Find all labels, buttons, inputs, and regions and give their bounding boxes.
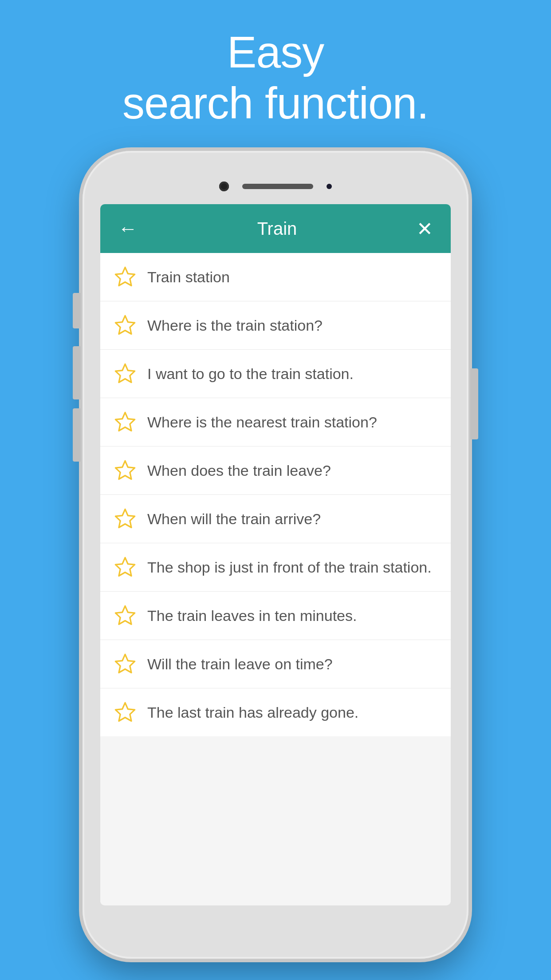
phone-screen: ← Train ✕ Train station Where is the tra… [100,204,451,905]
star-icon[interactable] [114,314,137,337]
list-item[interactable]: I want to go to the train station. [100,350,451,398]
item-text: I want to go to the train station. [147,364,354,383]
star-icon[interactable] [114,362,137,385]
headline-line2: search function. [122,78,429,128]
list-item[interactable]: The shop is just in front of the train s… [100,543,451,592]
list-item[interactable]: The train leaves in ten minutes. [100,592,451,640]
list-item[interactable]: Will the train leave on time? [100,640,451,688]
side-button-power [470,368,478,439]
list-item[interactable]: Where is the train station? [100,301,451,350]
search-results-list: Train station Where is the train station… [100,253,451,736]
star-icon[interactable] [114,459,137,482]
speaker-grille [242,184,313,189]
front-camera [219,182,229,191]
item-text: Where is the train station? [147,316,323,335]
star-icon[interactable] [114,507,137,530]
list-item[interactable]: When does the train leave? [100,447,451,495]
app-header: ← Train ✕ [100,204,451,253]
star-icon[interactable] [114,701,137,724]
headline-line1: Easy [227,27,324,77]
side-button-mute [73,293,81,328]
item-text: Train station [147,267,230,287]
star-icon[interactable] [114,411,137,434]
star-icon[interactable] [114,265,137,288]
star-icon[interactable] [114,652,137,676]
item-text: The shop is just in front of the train s… [147,557,432,577]
headline: Easy search function. [0,0,551,129]
back-button[interactable]: ← [118,217,138,240]
item-text: Will the train leave on time? [147,654,333,674]
close-button[interactable]: ✕ [417,217,433,240]
item-text: When will the train arrive? [147,509,321,529]
proximity-sensor [327,184,332,189]
side-button-vol-down [73,408,81,462]
star-icon[interactable] [114,604,137,627]
list-item[interactable]: Where is the nearest train station? [100,398,451,447]
item-text: The last train has already gone. [147,703,358,722]
phone-mockup: ← Train ✕ Train station Where is the tra… [83,151,468,959]
item-text: Where is the nearest train station? [147,412,377,432]
list-item[interactable]: Train station [100,253,451,301]
side-button-vol-up [73,346,81,399]
item-text: When does the train leave? [147,461,331,480]
item-text: The train leaves in ten minutes. [147,606,357,625]
star-icon[interactable] [114,556,137,579]
list-item[interactable]: The last train has already gone. [100,688,451,736]
list-item[interactable]: When will the train arrive? [100,495,451,543]
header-title: Train [257,219,297,239]
phone-top-bar [83,169,468,204]
